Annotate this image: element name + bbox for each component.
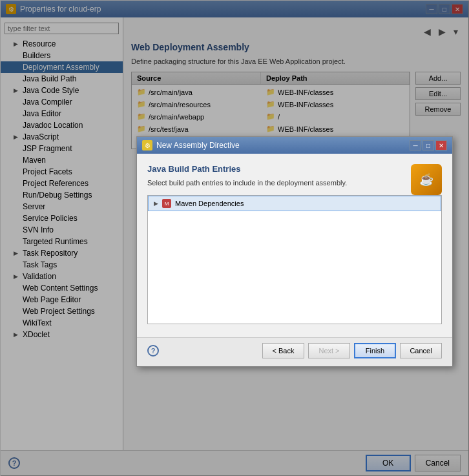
dialog-bottom: ? < Back Next > Finish Cancel [137,337,452,366]
maven-dependencies-item[interactable]: ▶ M Maven Dependencies [148,196,441,211]
finish-button[interactable]: Finish [354,343,396,358]
back-button[interactable]: < Back [262,343,304,358]
dialog-title-bar: ⚙ New Assembly Directive ─ □ ✕ [137,137,452,154]
modal-overlay: ⚙ New Assembly Directive ─ □ ✕ Java Buil… [1,1,469,476]
dialog-close[interactable]: ✕ [435,140,447,150]
dialog-button-group: < Back Next > Finish Cancel [262,343,442,358]
dialog-list[interactable]: ▶ M Maven Dependencies [147,195,442,324]
dialog-title: New Assembly Directive [156,141,240,150]
dialog-cancel-button[interactable]: Cancel [400,343,442,358]
dialog-app-icon: ⚙ [142,140,152,150]
dialog-maximize[interactable]: □ [422,140,434,150]
dialog-help-button[interactable]: ? [147,345,159,357]
maven-icon: M [162,199,171,208]
java-icon: ☕ [411,164,442,195]
maven-dependencies-label: Maven Dependencies [175,200,244,207]
dialog-content: Java Build Path Entries Select build pat… [137,154,452,337]
dialog-heading: Java Build Path Entries [147,164,347,174]
dialog-controls[interactable]: ─ □ ✕ [410,140,447,150]
expand-arrow: ▶ [154,200,158,207]
dialog: ⚙ New Assembly Directive ─ □ ✕ Java Buil… [136,136,453,367]
next-button[interactable]: Next > [308,343,350,358]
dialog-description: Select build path entries to include in … [147,179,347,187]
dialog-minimize[interactable]: ─ [410,140,421,150]
